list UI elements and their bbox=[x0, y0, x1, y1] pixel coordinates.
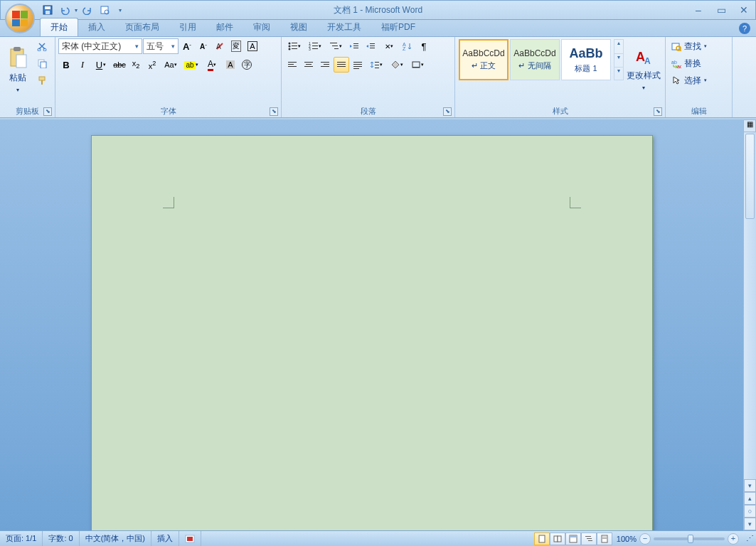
align-right-button[interactable] bbox=[317, 57, 333, 73]
resize-grip[interactable]: ⋰ bbox=[743, 534, 756, 543]
zoom-slider-thumb[interactable] bbox=[688, 535, 693, 543]
print-preview-button[interactable] bbox=[97, 3, 112, 17]
tab-references[interactable]: 引用 bbox=[169, 18, 206, 36]
paste-button[interactable]: 粘贴 ▾ bbox=[3, 38, 33, 101]
enclose-char-button[interactable]: 字 bbox=[239, 57, 255, 73]
browse-object[interactable]: ○ bbox=[744, 505, 756, 518]
bold-button[interactable]: B bbox=[58, 57, 74, 73]
replace-button[interactable]: abac 替换 bbox=[669, 55, 704, 71]
view-web-layout[interactable] bbox=[565, 532, 581, 545]
highlight-button[interactable]: ab▾ bbox=[181, 57, 201, 73]
style-scroll-up[interactable]: ▴ bbox=[614, 40, 623, 52]
char-border-button[interactable]: A bbox=[245, 38, 260, 54]
paragraph-launcher[interactable]: ⬊ bbox=[443, 107, 452, 116]
line-spacing-button[interactable]: ▾ bbox=[366, 57, 386, 73]
svg-rect-20 bbox=[292, 48, 297, 49]
svg-point-17 bbox=[289, 46, 291, 48]
status-language[interactable]: 中文(简体，中国) bbox=[80, 531, 151, 546]
view-print-layout[interactable] bbox=[534, 532, 550, 545]
zoom-in[interactable]: + bbox=[728, 533, 739, 545]
cut-button[interactable] bbox=[34, 38, 50, 54]
status-words[interactable]: 字数: 0 bbox=[43, 531, 79, 546]
zoom-slider[interactable] bbox=[654, 537, 725, 540]
svg-rect-77 bbox=[602, 538, 607, 539]
change-case-button[interactable]: Aa▾ bbox=[161, 57, 181, 73]
maximize-button[interactable]: ▭ bbox=[713, 4, 730, 16]
zoom-out[interactable]: − bbox=[639, 533, 651, 545]
page[interactable] bbox=[91, 135, 653, 530]
font-size-combo[interactable]: 五号▾ bbox=[143, 38, 179, 54]
copy-button[interactable] bbox=[34, 55, 50, 71]
office-button[interactable] bbox=[5, 4, 35, 33]
italic-button[interactable]: I bbox=[75, 57, 90, 73]
tab-foxit-pdf[interactable]: 福昕PDF bbox=[371, 18, 425, 36]
undo-button[interactable] bbox=[58, 3, 72, 17]
clipboard-launcher[interactable]: ⬊ bbox=[43, 107, 52, 116]
clear-format-button[interactable]: A bbox=[212, 38, 228, 54]
change-styles-button[interactable]: AA 更改样式 ▾ bbox=[626, 38, 662, 101]
prev-page[interactable]: ▴ bbox=[744, 492, 756, 505]
numbering-button[interactable]: 123▾ bbox=[305, 38, 325, 54]
find-button[interactable]: 查找▾ bbox=[669, 38, 710, 54]
align-center-button[interactable] bbox=[301, 57, 316, 73]
tab-home[interactable]: 开始 bbox=[40, 18, 78, 36]
styles-launcher[interactable]: ⬊ bbox=[654, 107, 662, 116]
asian-layout-button[interactable]: ✕▾ bbox=[379, 38, 399, 54]
document-scroll[interactable] bbox=[0, 119, 743, 530]
style-gallery-more[interactable]: ▾ bbox=[614, 67, 623, 80]
scroll-thumb[interactable] bbox=[745, 134, 755, 219]
status-insert-mode[interactable]: 插入 bbox=[151, 531, 179, 546]
tab-review[interactable]: 审阅 bbox=[243, 18, 280, 36]
char-shading-button[interactable]: A bbox=[223, 57, 238, 73]
superscript-button[interactable]: x2 bbox=[144, 57, 160, 73]
view-outline[interactable] bbox=[581, 532, 597, 545]
distribute-button[interactable] bbox=[350, 57, 366, 73]
font-color-button[interactable]: A▾ bbox=[202, 57, 222, 73]
underline-button[interactable]: U▾ bbox=[91, 57, 111, 73]
tab-page-layout[interactable]: 页面布局 bbox=[115, 18, 169, 36]
style-normal[interactable]: AaBbCcDd ↵ 正文 bbox=[459, 39, 509, 80]
subscript-button[interactable]: x2 bbox=[128, 57, 144, 73]
redo-button[interactable] bbox=[80, 3, 95, 17]
grow-font-button[interactable]: Aˆ bbox=[179, 38, 195, 54]
justify-button[interactable] bbox=[334, 57, 349, 73]
bullets-button[interactable]: ▾ bbox=[284, 38, 304, 54]
font-family-combo[interactable]: 宋体 (中文正文)▾ bbox=[58, 38, 142, 54]
style-scroll-down[interactable]: ▾ bbox=[614, 53, 623, 66]
style-no-spacing[interactable]: AaBbCcDd ↵ 无间隔 bbox=[510, 39, 560, 80]
next-page[interactable]: ▾ bbox=[744, 518, 756, 530]
strike-button[interactable]: abc bbox=[112, 57, 127, 73]
tab-insert[interactable]: 插入 bbox=[78, 18, 115, 36]
zoom-level[interactable]: 100% bbox=[617, 535, 637, 543]
phonetic-guide-button[interactable]: 変 bbox=[228, 38, 244, 54]
show-marks-button[interactable]: ¶ bbox=[416, 38, 432, 54]
svg-rect-69 bbox=[558, 536, 561, 542]
view-full-reading[interactable] bbox=[550, 532, 565, 545]
select-button[interactable]: 选择▾ bbox=[669, 73, 710, 88]
close-button[interactable]: ✕ bbox=[735, 4, 752, 16]
borders-button[interactable]: ▾ bbox=[408, 57, 427, 73]
decrease-indent-button[interactable] bbox=[346, 38, 362, 54]
tab-mailings[interactable]: 邮件 bbox=[206, 18, 243, 36]
quick-access-toolbar: ▾ ▾ bbox=[41, 3, 122, 17]
ruler-toggle[interactable]: ▦ bbox=[743, 119, 756, 132]
vertical-scrollbar[interactable]: ▴ ▾ ▴ ○ ▾ bbox=[743, 119, 756, 530]
shading-button[interactable]: ▾ bbox=[387, 57, 407, 73]
status-page[interactable]: 页面: 1/1 bbox=[0, 531, 43, 546]
scroll-down[interactable]: ▾ bbox=[744, 479, 756, 492]
tab-developer[interactable]: 开发工具 bbox=[317, 18, 371, 36]
view-draft[interactable] bbox=[597, 532, 612, 545]
sort-button[interactable]: AZ bbox=[400, 38, 415, 54]
save-button[interactable] bbox=[41, 3, 55, 17]
tab-view[interactable]: 视图 bbox=[280, 18, 317, 36]
style-heading1[interactable]: AaBb 标题 1 bbox=[561, 39, 611, 80]
shrink-font-button[interactable]: Aˇ bbox=[196, 38, 211, 54]
font-launcher[interactable]: ⬊ bbox=[270, 107, 278, 116]
align-left-button[interactable] bbox=[284, 57, 300, 73]
help-button[interactable]: ? bbox=[739, 23, 750, 34]
increase-indent-button[interactable] bbox=[363, 38, 378, 54]
format-painter-button[interactable] bbox=[34, 73, 50, 88]
status-macro[interactable] bbox=[179, 531, 201, 546]
minimize-button[interactable]: – bbox=[690, 4, 707, 16]
multilevel-button[interactable]: ▾ bbox=[326, 38, 346, 54]
